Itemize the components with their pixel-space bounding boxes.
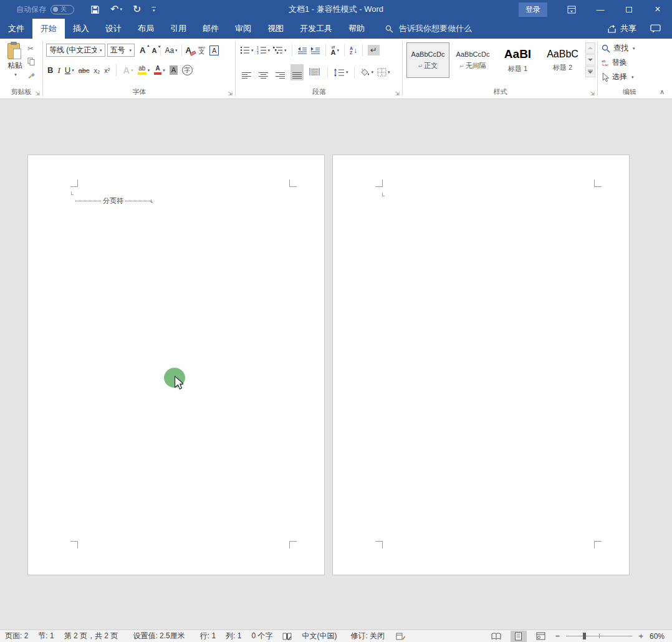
replace-button[interactable]: ab ↳ac 替换	[602, 57, 626, 68]
text-effects-button[interactable]: A ▾	[123, 65, 133, 75]
cut-button[interactable]: ✂	[27, 44, 36, 52]
enclose-characters-button[interactable]: 字	[182, 65, 193, 75]
paste-dropdown-icon[interactable]: ▾	[14, 72, 17, 77]
share-button[interactable]: 共享	[601, 19, 643, 39]
save-icon[interactable]	[90, 5, 100, 14]
style-card-heading1[interactable]: AaBl 标题 1	[496, 42, 539, 78]
numbering-dropdown-icon[interactable]: ▾	[268, 48, 271, 53]
status-line-number[interactable]: 行: 1	[200, 631, 216, 641]
asian-layout-button[interactable]: ⇄ A ▾	[331, 45, 339, 56]
tab-file[interactable]: 文件	[0, 19, 32, 39]
paragraph-dialog-launcher[interactable]: ⇲	[395, 90, 400, 97]
zoom-in-button[interactable]: +	[638, 631, 643, 641]
document-area[interactable]: 分页符	[0, 100, 672, 630]
align-right-button[interactable]	[274, 64, 287, 80]
subscript-button[interactable]: x₂	[94, 67, 100, 74]
find-dropdown-icon[interactable]: ▾	[633, 46, 635, 51]
copy-button[interactable]	[27, 57, 36, 65]
format-painter-button[interactable]	[27, 70, 36, 79]
font-size-dropdown-icon[interactable]: ▾	[130, 48, 132, 53]
bold-button[interactable]: B	[47, 65, 53, 75]
shading-dropdown-icon[interactable]: ▾	[372, 70, 374, 75]
tab-developer[interactable]: 开发工具	[292, 19, 340, 39]
decrease-indent-button[interactable]	[297, 47, 307, 54]
underline-button[interactable]: U ▾	[65, 65, 74, 75]
status-margin-setting[interactable]: 设置值: 2.5厘米	[133, 631, 185, 641]
increase-indent-button[interactable]	[310, 47, 320, 54]
strikethrough-button[interactable]: abc	[79, 67, 90, 74]
distribute-button[interactable]	[307, 66, 322, 79]
customize-qat-button[interactable]: ▾	[151, 7, 156, 12]
sign-in-button[interactable]: 登录	[519, 2, 547, 17]
document-page-1[interactable]: 分页符	[27, 155, 325, 575]
font-color-button[interactable]: A ▾	[154, 65, 165, 75]
font-size-combobox[interactable]: 五号 ▾	[107, 44, 135, 57]
maximize-button[interactable]	[615, 0, 643, 19]
zoom-slider[interactable]	[566, 632, 632, 640]
clipboard-dialog-launcher[interactable]: ⇲	[35, 90, 40, 97]
styles-scroll-up-button[interactable]	[585, 42, 595, 54]
multilevel-list-button[interactable]: ▾	[273, 46, 287, 54]
tab-review[interactable]: 审阅	[227, 19, 259, 39]
clear-formatting-button[interactable]: A	[186, 46, 191, 55]
italic-button[interactable]: I	[57, 65, 60, 75]
align-left-button[interactable]	[240, 64, 253, 80]
tab-layout[interactable]: 布局	[130, 19, 162, 39]
style-card-no-spacing[interactable]: AaBbCcDc ↵无间隔	[451, 42, 494, 78]
status-section[interactable]: 节: 1	[38, 631, 54, 641]
select-button[interactable]: 选择 ▾	[602, 72, 634, 82]
zoom-out-button[interactable]: −	[555, 631, 560, 641]
status-word-count[interactable]: 0 个字	[251, 631, 272, 641]
bullets-button[interactable]: ▾	[240, 46, 254, 54]
shading-button[interactable]: ▾	[360, 68, 374, 77]
style-card-heading2[interactable]: AaBbC 标题 2	[541, 42, 584, 78]
autosave-pill[interactable]: 关	[50, 5, 74, 14]
highlight-dropdown-icon[interactable]: ▾	[148, 68, 150, 73]
styles-scroll-down-button[interactable]	[585, 54, 595, 65]
proofing-status-icon[interactable]	[282, 632, 292, 641]
close-button[interactable]: ×	[643, 0, 672, 19]
tab-design[interactable]: 设计	[97, 19, 130, 39]
comments-button[interactable]	[643, 19, 672, 39]
font-color-dropdown-icon[interactable]: ▾	[163, 68, 165, 73]
font-dialog-launcher[interactable]: ⇲	[228, 90, 233, 97]
font-name-combobox[interactable]: 等线 (中文正文) ▾	[46, 44, 105, 57]
tab-view[interactable]: 视图	[259, 19, 292, 39]
status-page-number[interactable]: 页面: 2	[5, 631, 28, 641]
paste-button[interactable]: 粘贴 ▾	[3, 42, 27, 77]
line-spacing-dropdown-icon[interactable]: ▾	[346, 70, 348, 75]
redo-icon[interactable]: ↻	[133, 4, 141, 14]
align-center-button[interactable]	[257, 64, 270, 80]
autosave-toggle[interactable]: 自动保存 关	[16, 4, 74, 15]
grow-font-button[interactable]: A ▴	[140, 46, 145, 55]
ribbon-display-options-button[interactable]	[557, 0, 586, 19]
document-page-2[interactable]	[332, 155, 630, 575]
sort-button[interactable]: A Z ↓	[350, 46, 357, 55]
highlight-button[interactable]: ab ▾	[138, 65, 150, 75]
phonetic-guide-button[interactable]: wén 文	[198, 46, 205, 55]
tell-me-search[interactable]: 告诉我你想要做什么	[385, 19, 472, 39]
tab-mailings[interactable]: 邮件	[194, 19, 227, 39]
character-shading-button[interactable]: A	[170, 65, 178, 75]
show-hide-marks-button[interactable]: ↵	[368, 45, 380, 55]
justify-button[interactable]	[290, 64, 304, 80]
font-name-dropdown-icon[interactable]: ▾	[100, 48, 102, 53]
borders-button[interactable]: ▾	[377, 68, 390, 77]
web-layout-button[interactable]	[533, 631, 549, 642]
minimize-button[interactable]: —	[586, 0, 615, 19]
collapse-ribbon-button[interactable]: ∧	[660, 88, 665, 96]
zoom-percentage[interactable]: 60%	[650, 632, 665, 641]
numbering-button[interactable]: 123 ▾	[257, 46, 271, 54]
tab-references[interactable]: 引用	[162, 19, 194, 39]
status-page-count[interactable]: 第 2 页，共 2 页	[64, 631, 118, 641]
status-column-number[interactable]: 列: 1	[226, 631, 241, 641]
borders-dropdown-icon[interactable]: ▾	[388, 70, 390, 75]
shrink-font-button[interactable]: A ▾	[151, 47, 156, 54]
status-language[interactable]: 中文(中国)	[302, 631, 337, 641]
line-spacing-button[interactable]: ▾	[334, 69, 348, 77]
styles-more-button[interactable]	[585, 66, 595, 77]
tab-help[interactable]: 帮助	[340, 19, 373, 39]
bullets-dropdown-icon[interactable]: ▾	[251, 48, 254, 53]
select-dropdown-icon[interactable]: ▾	[631, 75, 634, 80]
character-border-button[interactable]: A	[209, 46, 219, 55]
